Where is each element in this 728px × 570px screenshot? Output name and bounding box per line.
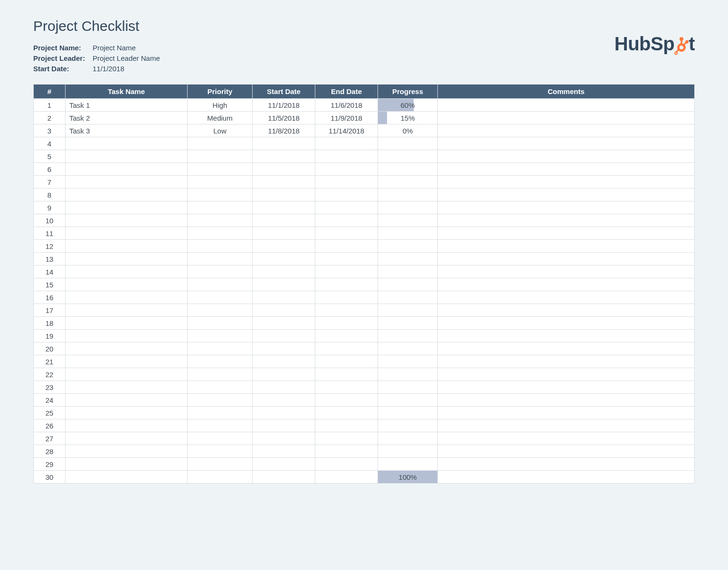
comments-cell[interactable] [438,432,695,445]
comments-cell[interactable] [438,330,695,342]
priority-cell[interactable] [188,291,253,304]
priority-cell[interactable] [188,317,253,330]
comments-cell[interactable] [438,201,695,214]
start-date-cell[interactable] [253,304,315,317]
comments-cell[interactable] [438,227,695,240]
end-date-cell[interactable] [315,368,378,381]
table-row[interactable]: 17 [34,304,695,317]
comments-cell[interactable] [438,304,695,317]
end-date-cell[interactable]: 11/9/2018 [315,112,378,124]
comments-cell[interactable] [438,394,695,407]
table-row[interactable]: 25 [34,407,695,419]
progress-cell[interactable] [378,445,438,458]
priority-cell[interactable] [188,227,253,240]
progress-cell[interactable] [378,291,438,304]
task-name-cell[interactable] [66,137,188,150]
table-row[interactable]: 29 [34,458,695,471]
task-name-cell[interactable] [66,201,188,214]
table-row[interactable]: 19 [34,330,695,342]
end-date-cell[interactable] [315,240,378,253]
progress-cell[interactable] [378,407,438,419]
progress-cell[interactable] [378,317,438,330]
task-name-cell[interactable] [66,368,188,381]
table-row[interactable]: 30100% [34,471,695,484]
task-name-cell[interactable] [66,291,188,304]
table-row[interactable]: 10 [34,214,695,227]
end-date-cell[interactable] [315,291,378,304]
priority-cell[interactable] [188,163,253,176]
progress-cell[interactable] [378,381,438,394]
end-date-cell[interactable] [315,189,378,201]
task-name-cell[interactable] [66,458,188,471]
table-row[interactable]: 22 [34,368,695,381]
end-date-cell[interactable] [315,176,378,189]
progress-cell[interactable] [378,342,438,355]
start-date-cell[interactable] [253,291,315,304]
table-row[interactable]: 26 [34,419,695,432]
end-date-cell[interactable] [315,137,378,150]
priority-cell[interactable] [188,432,253,445]
end-date-cell[interactable] [315,355,378,368]
start-date-cell[interactable] [253,176,315,189]
table-row[interactable]: 28 [34,445,695,458]
progress-cell[interactable]: 60% [378,99,438,112]
task-name-cell[interactable] [66,342,188,355]
table-row[interactable]: 24 [34,394,695,407]
progress-cell[interactable] [378,432,438,445]
comments-cell[interactable] [438,368,695,381]
progress-cell[interactable] [378,227,438,240]
comments-cell[interactable] [438,445,695,458]
end-date-cell[interactable] [315,214,378,227]
start-date-cell[interactable] [253,227,315,240]
comments-cell[interactable] [438,150,695,163]
table-row[interactable]: 23 [34,381,695,394]
priority-cell[interactable] [188,419,253,432]
start-date-cell[interactable] [253,381,315,394]
task-name-cell[interactable] [66,253,188,266]
table-row[interactable]: 20 [34,342,695,355]
start-date-cell[interactable] [253,330,315,342]
task-name-cell[interactable] [66,278,188,291]
priority-cell[interactable] [188,407,253,419]
comments-cell[interactable] [438,137,695,150]
task-name-cell[interactable] [66,176,188,189]
progress-cell[interactable] [378,330,438,342]
end-date-cell[interactable]: 11/14/2018 [315,124,378,137]
comments-cell[interactable] [438,419,695,432]
priority-cell[interactable] [188,150,253,163]
task-name-cell[interactable] [66,381,188,394]
task-name-cell[interactable] [66,330,188,342]
task-name-cell[interactable] [66,189,188,201]
start-date-cell[interactable] [253,137,315,150]
table-row[interactable]: 9 [34,201,695,214]
start-date-cell[interactable]: 11/5/2018 [253,112,315,124]
start-date-cell[interactable] [253,189,315,201]
start-date-cell[interactable] [253,458,315,471]
end-date-cell[interactable] [315,419,378,432]
task-name-cell[interactable] [66,394,188,407]
progress-cell[interactable] [378,201,438,214]
progress-cell[interactable] [378,304,438,317]
priority-cell[interactable] [188,278,253,291]
task-name-cell[interactable] [66,163,188,176]
priority-cell[interactable] [188,214,253,227]
end-date-cell[interactable] [315,432,378,445]
start-date-cell[interactable] [253,342,315,355]
end-date-cell[interactable] [315,445,378,458]
start-date-cell[interactable] [253,253,315,266]
start-date-cell[interactable] [253,266,315,278]
task-name-cell[interactable] [66,471,188,484]
comments-cell[interactable] [438,458,695,471]
comments-cell[interactable] [438,99,695,112]
task-name-cell[interactable] [66,407,188,419]
start-date-cell[interactable] [253,419,315,432]
priority-cell[interactable] [188,368,253,381]
task-name-cell[interactable] [66,227,188,240]
end-date-cell[interactable] [315,407,378,419]
table-row[interactable]: 16 [34,291,695,304]
table-row[interactable]: 2Task 2Medium11/5/201811/9/201815% [34,112,695,124]
end-date-cell[interactable] [315,381,378,394]
end-date-cell[interactable] [315,150,378,163]
priority-cell[interactable] [188,253,253,266]
end-date-cell[interactable] [315,458,378,471]
